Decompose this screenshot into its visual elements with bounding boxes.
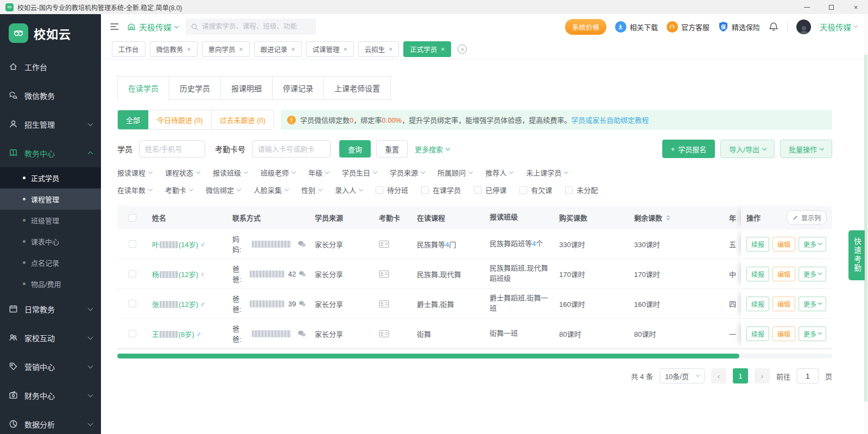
search-button[interactable]: 查询 [339,140,371,158]
sidebar-item-daily-affairs[interactable]: 日常教务 [0,294,101,323]
tab-chip-formal-students[interactable]: 正式学员 × [403,41,451,57]
global-search[interactable] [186,18,316,35]
user-menu[interactable]: 天极传媒 [820,21,857,33]
filter-attendance-card[interactable]: 考勤卡 [165,185,193,195]
page-number-button[interactable]: 1 [733,368,748,383]
tab-chip-intent-students[interactable]: 意向学员 × [202,41,250,57]
prev-page-button[interactable]: ‹ [711,368,726,383]
tab-suspend-records[interactable]: 停课记录 [272,76,324,100]
goto-page-input[interactable] [797,368,819,383]
student-name-link[interactable]: 张(12岁) [152,300,198,309]
tab-teacher-settings[interactable]: 上课老师设置 [324,76,391,100]
close-button[interactable]: × [844,0,868,14]
tab-chip-followup-records[interactable]: 跟进记录 × [254,41,302,57]
support-button[interactable]: 官方客服 [667,21,709,33]
filter-course-status[interactable]: 课程状态 [165,167,200,178]
horizontal-scrollbar[interactable] [117,354,832,358]
more-button[interactable]: 更多 [799,237,826,251]
edit-button[interactable]: 编辑 [772,297,795,311]
close-tab-icon[interactable]: × [344,46,347,53]
filter-wechat-bind[interactable]: 微信绑定 [206,185,240,195]
submenu-item-course-mgmt[interactable]: 课程管理 [0,188,101,210]
notification-bell-icon[interactable] [769,22,778,32]
row-checkbox[interactable] [129,270,136,278]
checkbox-owed-lessons[interactable]: 有欠课 [519,185,552,195]
sidebar-item-home-school[interactable]: 家校互动 [0,323,101,352]
filter-all[interactable]: 全部 [118,110,148,129]
tab-enrolled-students[interactable]: 在读学员 [117,76,169,100]
filter-referrer[interactable]: 推荐人 [485,167,513,178]
tab-history-students[interactable]: 历史学员 [169,76,221,100]
filter-grade[interactable]: 年级 [308,167,329,178]
submenu-item-formal-students[interactable]: 正式学员 [0,167,101,188]
avatar[interactable] [796,20,811,34]
global-search-input[interactable] [202,23,311,30]
filter-face-capture[interactable]: 人脸采集 [254,185,288,195]
close-tab-icon[interactable]: × [441,46,445,53]
show-columns-button[interactable]: 显示列 [787,210,827,225]
tab-chip-trial-class[interactable]: 试课管理 × [306,41,354,57]
sidebar-item-workbench[interactable]: 工作台 [0,52,101,81]
more-button[interactable]: 更多 [799,326,826,341]
scrollbar-thumb[interactable] [864,54,867,402]
filter-today-followup[interactable]: 今日待跟进 (0) [148,110,211,129]
sidebar-item-recruit-mgmt[interactable]: 招生管理 [0,110,101,139]
page-size-select[interactable]: 10条/页 [660,368,705,383]
member-input[interactable] [139,140,205,158]
select-all-checkbox[interactable] [129,214,136,222]
filter-source[interactable]: 学员来源 [390,167,425,178]
checkbox-pending-assign[interactable]: 待分班 [376,185,408,195]
row-checkbox[interactable] [129,240,136,248]
student-name-link[interactable]: 杨(12岁) [152,271,198,279]
renew-button[interactable]: 续报 [746,297,769,311]
sidebar-item-academic-center[interactable]: 教务中心 [0,139,101,167]
more-button[interactable]: 更多 [799,267,826,281]
student-name-link[interactable]: 王(8岁) [152,330,194,338]
student-name-link[interactable]: 叶(14岁) [152,241,198,249]
close-tab-icon[interactable]: × [389,46,392,53]
sort-icon[interactable] [666,215,670,221]
filter-class[interactable]: 报读班级 [213,167,248,178]
next-page-button[interactable]: › [755,368,770,383]
tab-chip-cloud-recruit[interactable]: 云招生 × [358,41,400,57]
close-tab-icon[interactable]: × [239,46,243,53]
filter-no-class-student[interactable]: 未上课学员 [526,167,568,178]
filter-consultant[interactable]: 所属顾问 [438,167,472,178]
batch-actions-button[interactable]: 批量操作 [780,140,832,158]
filter-birthday[interactable]: 学员生日 [342,167,377,178]
edit-button[interactable]: 编辑 [772,267,795,281]
more-button[interactable]: 更多 [799,297,826,311]
enroll-student-button[interactable]: + 学员报名 [662,140,715,158]
tab-chip-wechat[interactable]: 微信教务 × [150,41,198,57]
maximize-button[interactable] [819,0,844,14]
collapse-menu-icon[interactable] [110,22,119,31]
card-input[interactable] [252,140,331,158]
submenu-item-timetable-center[interactable]: 课表中心 [0,231,101,252]
minimize-button[interactable] [795,0,819,14]
filter-course[interactable]: 报读课程 [117,167,152,178]
quick-attendance-button[interactable]: 快速考勤 [848,230,865,280]
close-tab-icon[interactable]: × [187,46,191,53]
reset-button[interactable]: 重置 [376,140,408,158]
sidebar-item-finance-center[interactable]: 财务中心 [0,381,101,410]
row-checkbox[interactable] [129,300,136,307]
filter-class-teacher[interactable]: 班级老师 [261,167,295,178]
edit-button[interactable]: 编辑 [772,237,795,251]
tab-chip-workbench[interactable]: 工作台 [112,41,145,57]
downloads-button[interactable]: 相关下载 [615,21,658,33]
sidebar-item-wechat-affairs[interactable]: 微信教务 [0,81,101,110]
filter-past-followup[interactable]: 过去未跟进 (0) [211,110,274,129]
close-all-tabs-icon[interactable]: × [458,45,467,54]
org-selector[interactable]: 天极传媒 [127,21,178,33]
filter-entered-by[interactable]: 录入人 [335,185,363,195]
import-export-button[interactable]: 导入/导出 [720,140,775,158]
checkbox-in-class[interactable]: 在课学员 [421,185,461,195]
sidebar-item-data-analysis[interactable]: 数据分析 [0,410,101,434]
checkbox-suspended[interactable]: 已停课 [474,185,506,195]
close-tab-icon[interactable]: × [292,46,295,53]
more-search-button[interactable]: 更多搜索 [413,140,451,158]
tab-course-details[interactable]: 报课明细 [220,76,273,100]
filter-gender[interactable]: 性别 [301,185,322,195]
edit-button[interactable]: 编辑 [772,326,795,341]
sidebar-item-marketing-center[interactable]: 营销中心 [0,352,101,381]
